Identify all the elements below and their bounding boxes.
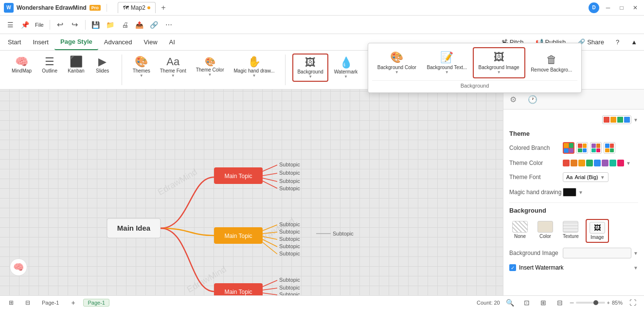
redo-button[interactable]: ↪: [69, 18, 81, 31]
zoom-slider[interactable]: [576, 302, 605, 304]
branch-icon-1[interactable]: [563, 142, 574, 154]
background-image-input[interactable]: [563, 248, 631, 258]
svg-text:Subtopic: Subtopic: [279, 277, 300, 283]
theme-font-row: Theme Font Aa Arial (Big) ▼: [509, 172, 638, 182]
theme-color-top-arrow[interactable]: ▼: [633, 117, 638, 123]
menu-advanced[interactable]: Advanced: [98, 34, 138, 50]
bg-none-option[interactable]: None: [509, 219, 531, 243]
zoom-minus[interactable]: ─: [570, 300, 574, 306]
menu-view[interactable]: View: [138, 34, 163, 50]
svg-line-10: [263, 178, 277, 182]
print-button[interactable]: 🖨: [119, 18, 131, 31]
magic-hand-row: Magic hand drawing ▼: [509, 188, 638, 197]
folder-button[interactable]: 📁: [104, 18, 117, 31]
bg-color-option[interactable]: 🎨 Background Color ▼: [373, 48, 421, 77]
zoom-plus[interactable]: +: [607, 300, 610, 306]
branch-icon-4[interactable]: [604, 142, 615, 154]
theme-group: 🎨 Themes ▼ Aa Theme Font ▼ 🎨 Theme Color…: [125, 53, 283, 87]
branch-icon-2[interactable]: [576, 142, 588, 154]
slides-button[interactable]: ▶ Slides: [90, 54, 115, 75]
mindmap-button[interactable]: 🧠 MindMap: [8, 54, 36, 75]
add-page-button[interactable]: +: [67, 296, 79, 309]
user-avatar: D: [589, 2, 599, 13]
theme-font-icon: Aa: [166, 55, 179, 68]
menu-page-style[interactable]: Page Style: [54, 34, 98, 50]
swatch-red[interactable]: [563, 160, 570, 166]
quick-color-blue[interactable]: [624, 117, 630, 123]
edrawmind-logo: 🧠: [10, 258, 27, 276]
menu-ai[interactable]: AI: [163, 34, 181, 50]
branch-icon-3[interactable]: [590, 142, 602, 154]
add-tab-button[interactable]: +: [159, 3, 168, 13]
pro-badge: Pro: [89, 5, 101, 11]
tab-name: Map2: [131, 4, 145, 11]
quick-color-red[interactable]: [604, 117, 609, 123]
swatch-purple[interactable]: [602, 160, 608, 166]
theme-color-dropdown-arrow[interactable]: ▼: [626, 161, 631, 166]
fullscreen-icon[interactable]: ⛶: [626, 296, 639, 309]
export-button[interactable]: 📤: [133, 18, 146, 31]
search-bottom-icon[interactable]: 🔍: [504, 296, 517, 309]
more-button[interactable]: ⋯: [162, 18, 175, 31]
theme-font-label: Theme Font: [160, 68, 186, 73]
quick-color-green[interactable]: [617, 117, 623, 123]
bg-dropdown-row: 🎨 Background Color ▼ 📝 Background Text..…: [372, 47, 577, 78]
bg-color-panel-option[interactable]: Color: [535, 219, 556, 243]
quick-color-orange[interactable]: [610, 117, 616, 123]
background-image-arrow[interactable]: ▼: [633, 251, 638, 256]
watermark-expand-arrow[interactable]: ▼: [633, 265, 638, 271]
menu-insert[interactable]: Insert: [27, 34, 54, 50]
page-tab-inactive[interactable]: Page-1: [38, 299, 63, 306]
watermark-button[interactable]: 💧 Watermark ▼: [330, 54, 362, 82]
minimize-button[interactable]: ─: [603, 3, 613, 13]
bg-text-option[interactable]: 📝 Background Text... ▼: [422, 48, 472, 77]
swatch-pink[interactable]: [617, 160, 624, 166]
canvas[interactable]: EdrawMind EdrawMind EdrawMind Main Idea …: [0, 90, 503, 295]
close-button[interactable]: ✕: [630, 3, 640, 13]
themes-button[interactable]: 🎨 Themes ▼: [129, 54, 154, 80]
collapse-button[interactable]: ▲: [626, 36, 642, 48]
map-tab[interactable]: 🗺 Map2: [118, 2, 156, 13]
swatch-orange-dark[interactable]: [571, 160, 577, 166]
help-button[interactable]: ?: [611, 36, 624, 48]
kanban-button[interactable]: ⬛ Kanban: [64, 54, 88, 75]
toolbar-menu-icon[interactable]: ☰: [4, 18, 17, 31]
app-name: Wondershare EdrawMind: [17, 4, 87, 11]
bg-image-panel-option[interactable]: 🖼 Image: [586, 219, 609, 243]
undo-button[interactable]: ↩: [54, 18, 67, 31]
active-page-tab[interactable]: Page-1: [83, 299, 109, 307]
watermark-icon: 💧: [340, 56, 353, 69]
maximize-button[interactable]: □: [617, 3, 626, 13]
theme-color-button[interactable]: 🎨 Theme Color ▼: [192, 54, 228, 80]
layout-icon[interactable]: ⊞: [537, 296, 550, 309]
bg-image-option[interactable]: 🖼 Background Image ▼: [473, 47, 525, 78]
grid-icon[interactable]: ⊟: [554, 296, 566, 309]
toolbar-sep-2: [85, 20, 86, 30]
svg-text:Subtopic: Subtopic: [279, 236, 300, 242]
magic-hand-button[interactable]: ✋ Magic hand draw... ▼: [230, 54, 278, 80]
theme-font-button[interactable]: Aa Theme Font ▼: [156, 54, 190, 80]
swatch-teal[interactable]: [609, 160, 616, 166]
save-button[interactable]: 💾: [89, 18, 102, 31]
theme-font-select[interactable]: Aa Arial (Big) ▼: [563, 172, 608, 182]
share-toolbar-button[interactable]: 🔗: [148, 18, 161, 31]
remove-bg-option[interactable]: 🗑 Remove Backgro...: [526, 51, 577, 75]
theme-quick-colors[interactable]: [602, 115, 631, 124]
watermark-checkbox[interactable]: ✓: [509, 264, 516, 271]
magic-hand-arrow[interactable]: ▼: [578, 190, 583, 195]
swatch-blue[interactable]: [594, 160, 601, 166]
menu-start[interactable]: Start: [2, 34, 27, 50]
expand-icon[interactable]: ⊞: [5, 296, 18, 309]
theme-color-bar[interactable]: [563, 160, 624, 166]
toolbar-unpin-icon[interactable]: 📌: [18, 18, 31, 31]
bottom-settings-icon[interactable]: ⊟: [21, 296, 34, 309]
magic-hand-color[interactable]: [563, 188, 576, 197]
background-button[interactable]: 🖼 Background ▼: [292, 54, 328, 82]
bg-texture-icon: [563, 221, 578, 233]
outline-button[interactable]: ☰ Outline: [37, 54, 62, 75]
file-menu[interactable]: File: [33, 22, 46, 28]
swatch-yellow[interactable]: [578, 160, 585, 166]
bg-texture-option[interactable]: Texture: [560, 219, 582, 243]
swatch-green[interactable]: [586, 160, 593, 166]
fit-screen-icon[interactable]: ⊡: [520, 296, 533, 309]
